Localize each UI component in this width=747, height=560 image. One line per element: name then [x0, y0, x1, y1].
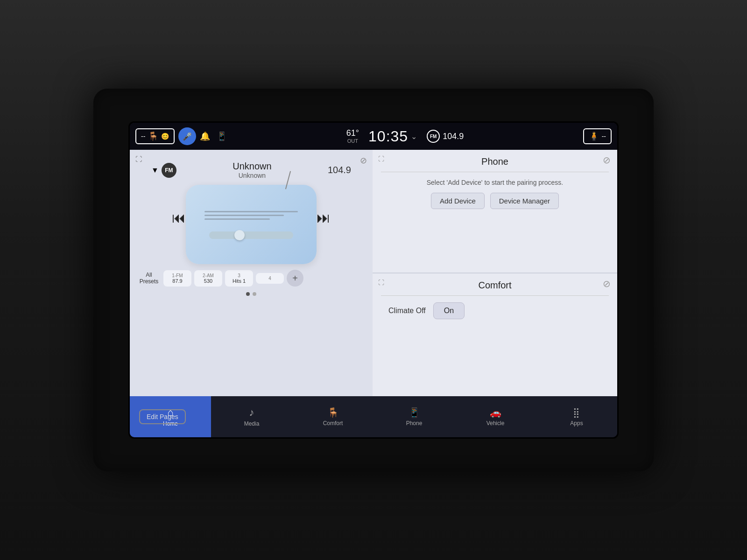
- right-widget[interactable]: 🧍 --: [583, 128, 612, 144]
- add-preset-button[interactable]: +: [287, 270, 303, 287]
- radio-line-3: [204, 218, 270, 220]
- screen-bezel: -- 🪑 😊 🎤 🔔 📱: [128, 121, 619, 439]
- radio-line-2: [204, 215, 284, 216]
- all-presets-button[interactable]: All Presets: [137, 272, 161, 285]
- preset-button-1[interactable]: 1-FM 87.9: [163, 270, 191, 287]
- temperature-value: 61°: [346, 128, 359, 139]
- all-presets-label: All: [146, 272, 152, 278]
- prev-track-button[interactable]: ⏮: [172, 210, 186, 226]
- car-background: -- 🪑 😊 🎤 🔔 📱: [0, 0, 747, 560]
- time-display[interactable]: 10:35 ⌄: [368, 128, 417, 145]
- apps-icon: ⣿: [573, 407, 581, 418]
- fm-circle: FM: [162, 163, 176, 178]
- comfort-divider: [381, 295, 609, 296]
- dashboard: -- 🪑 😊 🎤 🔔 📱: [93, 89, 654, 471]
- preset-val-1: 87.9: [172, 278, 182, 284]
- expand-icon-phone[interactable]: ⛶: [378, 155, 384, 162]
- status-center: 61° OUT 10:35 ⌄ FM 104.9: [231, 128, 579, 145]
- comfort-icon: 🪑: [327, 407, 339, 418]
- media-header: ▼ FM Unknown Unknown 104.9: [137, 161, 365, 179]
- phone-hint-text: Select 'Add Device' to start the pairing…: [381, 179, 609, 186]
- comfort-label: Comfort: [323, 420, 343, 427]
- next-track-button[interactable]: ⏭: [317, 210, 331, 226]
- phone-nav-icon: 📱: [409, 407, 420, 418]
- edit-pages-button[interactable]: Edit Pages: [139, 409, 186, 424]
- radio-tuner[interactable]: [209, 231, 293, 239]
- track-name: Unknown: [182, 161, 322, 172]
- dropdown-arrow-icon: ▼: [151, 166, 159, 175]
- phone-divider: [381, 172, 609, 172]
- presets-row: All Presets 1-FM 87.9 2-AM 530: [137, 270, 365, 287]
- media-panel: ⛶ ⊘ ▼ FM Unknown Unknown: [130, 150, 373, 396]
- track-artist: Unknown: [182, 172, 322, 179]
- preset-button-4[interactable]: 4: [256, 273, 284, 284]
- vehicle-icon: 🚗: [490, 407, 501, 418]
- climate-on-button[interactable]: On: [433, 302, 465, 319]
- nav-vehicle[interactable]: 🚗 Vehicle: [455, 396, 536, 437]
- preset-num-2: 2-AM: [203, 273, 214, 278]
- radio-controls: ⏮ ⏭: [172, 210, 331, 226]
- add-device-button[interactable]: Add Device: [431, 193, 485, 209]
- phone-icon: 📱: [217, 131, 227, 141]
- right-panels: ⛶ ⊘ Phone Select 'Add Device' to start t…: [373, 150, 617, 396]
- status-right: 🧍 --: [583, 128, 612, 144]
- fm-badge: FM: [427, 130, 440, 143]
- page-dot-2[interactable]: [253, 292, 256, 296]
- expand-icon-comfort[interactable]: ⛶: [378, 279, 384, 286]
- fm-selector[interactable]: ▼ FM: [151, 163, 176, 178]
- radio-display[interactable]: FM 104.9: [427, 130, 464, 143]
- seat-icon: 🪑: [148, 131, 158, 141]
- radio-band-label: FM: [430, 134, 437, 139]
- edit-icon-comfort[interactable]: ⊘: [603, 278, 611, 289]
- device-manager-button[interactable]: Device Manager: [490, 193, 559, 209]
- nav-items: ⌂ Home ♪ Media 🪑 Comfort 📱: [130, 396, 617, 437]
- phone-buttons: Add Device Device Manager: [381, 193, 609, 209]
- tuner-knob: [234, 230, 245, 240]
- preset-num-1: 1-FM: [172, 273, 183, 278]
- presets-sub-label: Presets: [140, 278, 159, 285]
- main-content: ⛶ ⊘ ▼ FM Unknown Unknown: [130, 150, 617, 396]
- temperature-unit: OUT: [346, 138, 359, 144]
- comfort-content: Climate Off On: [381, 302, 609, 319]
- mic-icon: 🎤: [183, 132, 192, 141]
- comfort-widget-title: Comfort: [381, 280, 609, 291]
- preset-val-3: Hits 1: [233, 278, 246, 284]
- nav-media[interactable]: ♪ Media: [211, 396, 292, 437]
- smiley-icon: 😊: [161, 133, 169, 140]
- nav-apps[interactable]: ⣿ Apps: [536, 396, 617, 437]
- preset-button-2[interactable]: 2-AM 530: [194, 270, 222, 287]
- edit-icon-media[interactable]: ⊘: [360, 155, 367, 166]
- phone-widget-title: Phone: [381, 156, 609, 167]
- preset-button-3[interactable]: 3 Hits 1: [225, 270, 253, 287]
- page-dot-1[interactable]: [246, 292, 250, 296]
- dashes-right: --: [602, 133, 606, 140]
- band-label: FM: [165, 167, 173, 174]
- time-chevron-icon: ⌄: [411, 132, 417, 141]
- apps-label: Apps: [570, 420, 583, 427]
- nav-comfort[interactable]: 🪑 Comfort: [292, 396, 374, 437]
- status-left: -- 🪑 😊 🎤 🔔 📱: [135, 127, 227, 145]
- expand-icon-media[interactable]: ⛶: [135, 155, 142, 163]
- seat-widget[interactable]: -- 🪑 😊: [135, 128, 175, 144]
- page-dots: [137, 292, 365, 296]
- bottom-nav: Edit Pages ⌂ Home ♪ Media 🪑 Comfort: [130, 396, 617, 437]
- phone-label: Phone: [406, 420, 423, 427]
- vehicle-label: Vehicle: [486, 420, 505, 427]
- comfort-widget: ⛶ ⊘ Comfort Climate Off On: [373, 273, 617, 396]
- nav-phone[interactable]: 📱 Phone: [374, 396, 455, 437]
- track-info: Unknown Unknown: [182, 161, 322, 179]
- edit-icon-phone[interactable]: ⊘: [603, 154, 611, 166]
- media-label: Media: [244, 420, 260, 427]
- phone-widget: ⛶ ⊘ Phone Select 'Add Device' to start t…: [373, 150, 617, 273]
- screen: -- 🪑 😊 🎤 🔔 📱: [130, 123, 617, 437]
- status-bar: -- 🪑 😊 🎤 🔔 📱: [130, 123, 617, 150]
- preset-num-3: 3: [238, 273, 240, 278]
- time-value: 10:35: [368, 128, 408, 145]
- bell-icon: 🔔: [200, 131, 210, 141]
- climate-label: Climate Off: [388, 307, 426, 315]
- mic-button[interactable]: 🎤: [178, 127, 196, 145]
- radio-line-1: [204, 211, 298, 212]
- dashes-left: --: [141, 133, 145, 140]
- media-icon: ♪: [249, 406, 254, 419]
- radio-lines: [204, 211, 298, 225]
